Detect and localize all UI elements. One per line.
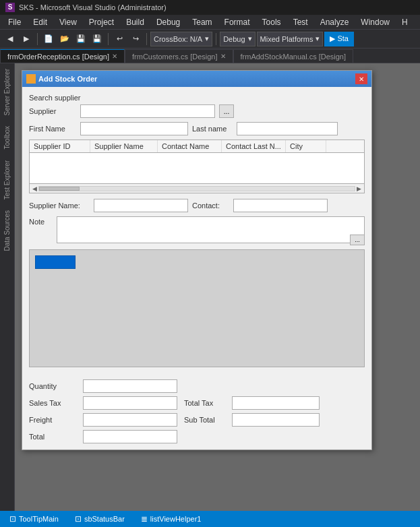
freight-input[interactable]: [83, 413, 177, 427]
contact-input[interactable]: [233, 199, 328, 212]
toolbar-sep-4: [216, 33, 216, 45]
freight-label: Freight: [29, 416, 76, 424]
menu-file[interactable]: File: [3, 16, 26, 28]
menu-analyze[interactable]: Analyze: [315, 16, 355, 28]
grid-body: [30, 153, 364, 183]
crossbox-label: CrossBox: N/A: [154, 35, 202, 43]
new-btn[interactable]: 📄: [41, 32, 56, 46]
grid-header: Supplier ID Supplier Name Contact Name C…: [30, 140, 364, 153]
scroll-left-arrow[interactable]: ◀: [31, 185, 38, 192]
supplier-browse-btn[interactable]: ...: [219, 104, 234, 118]
form-window: Add Stock Order ✕ Search supplier Suppli…: [22, 70, 372, 450]
firstname-label: First Name: [29, 125, 76, 133]
status-item-tooltip[interactable]: ⊡ ToolTipMain: [5, 514, 63, 524]
menu-project[interactable]: Project: [84, 16, 119, 28]
col-supplier-name: Supplier Name: [90, 140, 158, 152]
totaltax-input[interactable]: [232, 396, 320, 410]
suppliername-input[interactable]: [94, 199, 188, 212]
menu-window[interactable]: Window: [355, 16, 395, 28]
tab-close-2[interactable]: ✕: [220, 53, 226, 60]
totaltax-label: Total Tax: [184, 399, 228, 407]
note-browse-btn[interactable]: ...: [350, 235, 365, 245]
quantity-row: Quantity: [29, 379, 365, 393]
platforms-dropdown[interactable]: Mixed Platforms ▾: [257, 32, 324, 46]
col-contact-name: Contact Name: [158, 140, 222, 152]
subtotal-group: Sub Total: [184, 413, 320, 427]
scroll-right-arrow[interactable]: ▶: [355, 185, 363, 192]
menu-build[interactable]: Build: [121, 16, 150, 28]
statusbar-icon: ⊡: [75, 514, 82, 524]
totaltax-group: Total Tax: [184, 396, 320, 410]
listview-icon: ≣: [141, 514, 148, 524]
toolbar-sep-3: [146, 33, 147, 45]
toolbar-sep-1: [37, 33, 38, 45]
undo-btn[interactable]: ↩: [112, 32, 127, 46]
redo-btn[interactable]: ↪: [128, 32, 143, 46]
status-item-listview[interactable]: ≣ listViewHelper1: [137, 514, 206, 524]
status-item-statusbar[interactable]: ⊡ sbStatusBar: [71, 514, 129, 524]
supplier-grid: Supplier ID Supplier Name Contact Name C…: [29, 140, 365, 193]
grid-scrollbar[interactable]: ◀ ▶: [30, 183, 364, 193]
note-textarea[interactable]: [57, 216, 365, 243]
tab-frmcustomers[interactable]: frmCustomers.cs [Design] ✕: [125, 49, 233, 63]
open-btn[interactable]: 📂: [57, 32, 72, 46]
tab-label-3: frmAddStockManual.cs [Design]: [241, 53, 347, 61]
start-button[interactable]: ▶ Sta: [324, 32, 354, 46]
side-toolbox[interactable]: Toolbox: [2, 121, 12, 154]
note-label: Note: [29, 216, 53, 226]
tab-frmaddstockmanual[interactable]: frmAddStockManual.cs [Design]: [233, 49, 354, 63]
firstname-input[interactable]: [80, 122, 188, 135]
menu-edit[interactable]: Edit: [28, 16, 53, 28]
menu-bar: File Edit View Project Build Debug Team …: [0, 15, 420, 30]
side-data-sources[interactable]: Data Sources: [2, 205, 12, 257]
platforms-chevron: ▾: [316, 34, 320, 43]
title-text: SKS - Microsoft Visual Studio (Administr…: [19, 3, 167, 11]
toolbar: ◀ ▶ 📄 📂 💾 💾 ↩ ↪ CrossBox: N/A ▾ Debug ▾ …: [0, 30, 420, 49]
menu-team[interactable]: Team: [187, 16, 217, 28]
freight-row: Freight Sub Total: [29, 413, 365, 427]
crossbox-chevron: ▾: [205, 34, 209, 43]
supplier-label: Supplier: [29, 107, 76, 115]
save-btn[interactable]: 💾: [73, 32, 88, 46]
debug-dropdown[interactable]: Debug ▾: [220, 32, 255, 46]
menu-format[interactable]: Format: [219, 16, 256, 28]
tab-frmorderreception[interactable]: frmOrderReception.cs [Design] ✕: [0, 49, 125, 63]
search-supplier-label: Search supplier: [29, 94, 365, 102]
menu-h[interactable]: H: [396, 16, 413, 28]
scroll-thumb[interactable]: [39, 187, 80, 191]
note-row: Note ...: [29, 216, 365, 245]
status-bar: ⊡ ToolTipMain ⊡ sbStatusBar ≣ listViewHe…: [0, 511, 420, 527]
back-btn[interactable]: ◀: [3, 32, 18, 46]
supplier-input[interactable]: [80, 104, 215, 118]
tab-close-1[interactable]: ✕: [112, 53, 117, 60]
scroll-track[interactable]: [38, 186, 355, 191]
side-panel: Server Explorer Toolbox Test Explorer Da…: [0, 63, 15, 511]
form-title-icon: [26, 74, 36, 84]
tab-label-2: frmCustomers.cs [Design]: [132, 53, 218, 61]
quantity-input[interactable]: [83, 379, 177, 393]
menu-tools[interactable]: Tools: [257, 16, 287, 28]
col-supplier-id: Supplier ID: [30, 140, 90, 152]
main-content: Server Explorer Toolbox Test Explorer Da…: [0, 63, 420, 511]
crossbox-dropdown[interactable]: CrossBox: N/A ▾: [150, 32, 212, 46]
selected-btn[interactable]: [35, 255, 76, 269]
menu-debug[interactable]: Debug: [151, 16, 185, 28]
save-all-btn[interactable]: 💾: [90, 32, 104, 46]
side-test-explorer[interactable]: Test Explorer: [2, 155, 12, 205]
listview-label: listViewHelper1: [150, 515, 202, 523]
form-body: Search supplier Supplier ... First Name …: [22, 87, 371, 374]
form-title-bar: Add Stock Order ✕: [22, 71, 371, 87]
form-close-button[interactable]: ✕: [355, 73, 367, 84]
menu-view[interactable]: View: [54, 16, 82, 28]
tab-label-1: frmOrderReception.cs [Design]: [7, 53, 109, 61]
subtotal-input[interactable]: [232, 413, 320, 427]
salestax-input[interactable]: [83, 396, 177, 410]
toolbar-sep-2: [108, 33, 109, 45]
side-server-explorer[interactable]: Server Explorer: [2, 63, 12, 121]
menu-test[interactable]: Test: [288, 16, 313, 28]
total-label: Total: [29, 433, 76, 441]
total-input[interactable]: [83, 430, 177, 443]
forward-btn[interactable]: ▶: [19, 32, 34, 46]
design-surface: Add Stock Order ✕ Search supplier Suppli…: [15, 63, 420, 511]
lastname-input[interactable]: [237, 122, 338, 135]
